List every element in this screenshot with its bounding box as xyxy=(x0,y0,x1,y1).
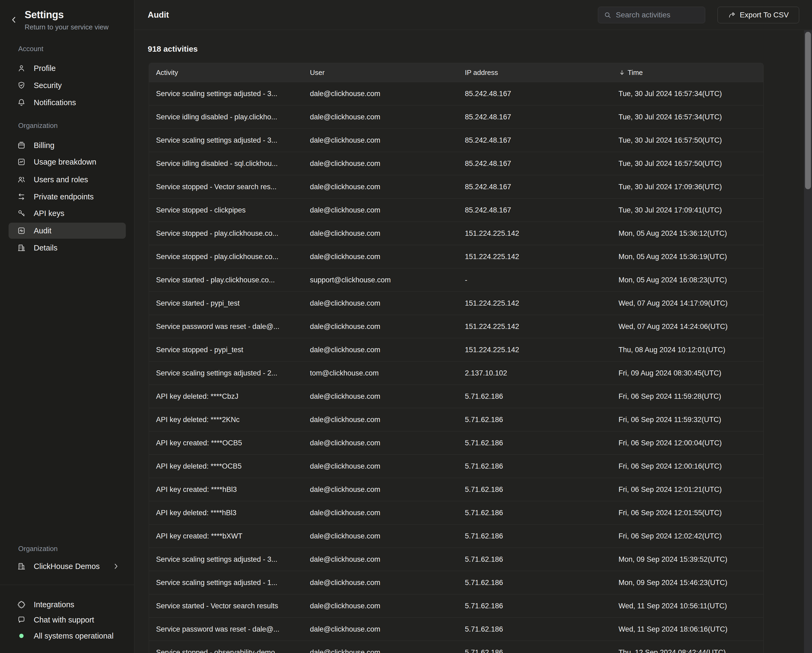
cell-activity: Service stopped - observability-demo xyxy=(156,648,275,653)
column-header-time-label: Time xyxy=(627,69,643,77)
table-row: API key created: ****bXWT dale@clickhous… xyxy=(149,524,763,548)
scrollbar-thumb[interactable] xyxy=(805,32,811,189)
cell-ip-address: 5.71.62.186 xyxy=(465,485,503,494)
sidebar-item-label: API keys xyxy=(34,209,64,218)
cell-activity: API key created: ****OCB5 xyxy=(156,439,242,447)
cell-user: dale@clickhouse.com xyxy=(310,392,380,401)
cell-ip-address: 5.71.62.186 xyxy=(465,439,503,447)
cell-activity: API key deleted: ****hBl3 xyxy=(156,509,236,517)
system-status[interactable]: All systems operational xyxy=(9,628,126,644)
column-header-user[interactable]: User xyxy=(310,69,325,77)
table-row: API key created: ****hBl3 dale@clickhous… xyxy=(149,478,763,501)
sidebar-item-profile[interactable]: Profile xyxy=(9,60,126,76)
cell-ip-address: 85.242.48.167 xyxy=(465,136,511,145)
cell-ip-address: - xyxy=(465,276,467,284)
sidebar-item-integrations[interactable]: Integrations xyxy=(9,597,126,613)
cell-activity: API key created: ****hBl3 xyxy=(156,485,237,494)
sidebar-item-api-keys[interactable]: API keys xyxy=(9,205,126,221)
sidebar-item-details[interactable]: Details xyxy=(9,240,126,256)
cell-time: Tue, 30 Jul 2024 16:57:34(UTC) xyxy=(618,113,722,121)
sidebar-item-private-endpoints[interactable]: Private endpoints xyxy=(9,189,126,205)
sidebar-item-label: Profile xyxy=(34,64,56,73)
cell-user: dale@clickhouse.com xyxy=(310,462,380,470)
column-header-time[interactable]: Time xyxy=(618,69,643,77)
key-icon xyxy=(16,209,27,218)
cell-ip-address: 5.71.62.186 xyxy=(465,416,503,424)
cell-activity: Service started - play.clickhouse.co... xyxy=(156,276,275,284)
table-row: Service stopped - observability-demo dal… xyxy=(149,641,763,653)
search-box[interactable] xyxy=(598,7,705,23)
cell-ip-address: 151.224.225.142 xyxy=(465,253,519,261)
cell-user: tom@clickhouse.com xyxy=(310,369,379,377)
table-row: Service scaling settings adjusted - 3...… xyxy=(149,128,763,152)
cell-time: Wed, 07 Aug 2024 14:24:06(UTC) xyxy=(618,322,728,331)
cell-user: dale@clickhouse.com xyxy=(310,206,380,214)
cell-activity: Service started - pypi_test xyxy=(156,299,240,308)
cell-user: dale@clickhouse.com xyxy=(310,485,380,494)
cell-ip-address: 151.224.225.142 xyxy=(465,299,519,308)
cell-time: Tue, 30 Jul 2024 16:57:50(UTC) xyxy=(618,136,722,145)
cell-ip-address: 5.71.62.186 xyxy=(465,392,503,401)
cell-ip-address: 85.242.48.167 xyxy=(465,160,511,168)
table-body: Service scaling settings adjusted - 3...… xyxy=(149,82,763,653)
scrollbar-track[interactable] xyxy=(804,30,812,653)
cell-activity: API key deleted: ****OCB5 xyxy=(156,462,242,470)
sidebar-item-notifications[interactable]: Notifications xyxy=(9,95,126,111)
cell-ip-address: 5.71.62.186 xyxy=(465,532,503,540)
sidebar-item-chat-support[interactable]: Chat with support xyxy=(9,612,126,628)
org-switcher[interactable]: ClickHouse Demos xyxy=(9,558,126,574)
table-row: Service started - Vector search results … xyxy=(149,594,763,617)
column-header-activity[interactable]: Activity xyxy=(156,69,178,77)
sidebar-item-billing[interactable]: Billing xyxy=(9,137,126,153)
org-name: ClickHouse Demos xyxy=(34,562,100,571)
table-row: Service stopped - play.clickhouse.co... … xyxy=(149,245,763,268)
table-header: Activity User IP address Time xyxy=(149,63,763,82)
topbar: Audit Export To CSV xyxy=(134,0,812,30)
cell-user: dale@clickhouse.com xyxy=(310,183,380,191)
cell-user: dale@clickhouse.com xyxy=(310,625,380,633)
bell-icon xyxy=(16,98,27,107)
sidebar-item-label: Users and roles xyxy=(34,175,88,184)
return-link[interactable]: Return to your service view xyxy=(24,23,109,31)
chart-icon xyxy=(16,157,27,166)
cell-time: Mon, 05 Aug 2024 15:36:19(UTC) xyxy=(618,253,727,261)
cell-user: dale@clickhouse.com xyxy=(310,299,380,308)
puzzle-icon xyxy=(16,600,27,609)
sidebar-item-label: Usage breakdown xyxy=(34,158,96,166)
sidebar-item-usage-breakdown[interactable]: Usage breakdown xyxy=(9,154,126,170)
search-input[interactable] xyxy=(616,11,700,19)
sidebar-item-audit[interactable]: Audit xyxy=(9,223,126,239)
chevron-right-icon xyxy=(112,562,120,570)
sidebar-item-users-and-roles[interactable]: Users and roles xyxy=(9,172,126,188)
sidebar-item-security[interactable]: Security xyxy=(9,77,126,93)
back-button[interactable] xyxy=(8,14,20,26)
cell-time: Fri, 06 Sep 2024 12:02:42(UTC) xyxy=(618,532,722,540)
cell-time: Fri, 06 Sep 2024 12:01:55(UTC) xyxy=(618,509,722,517)
cell-user: dale@clickhouse.com xyxy=(310,113,380,121)
section-label-organization-footer: Organization xyxy=(18,545,58,553)
table-row: Service started - play.clickhouse.co... … xyxy=(149,268,763,291)
swap-arrows-icon xyxy=(16,192,27,201)
sidebar-item-label: Integrations xyxy=(34,600,75,609)
cell-time: Tue, 30 Jul 2024 16:57:34(UTC) xyxy=(618,90,722,98)
cell-activity: Service stopped - Vector search res... xyxy=(156,183,276,191)
cell-activity: Service scaling settings adjusted - 1... xyxy=(156,578,277,587)
export-csv-button[interactable]: Export To CSV xyxy=(717,7,799,23)
search-icon xyxy=(603,11,612,19)
status-dot-icon xyxy=(16,634,27,638)
cell-ip-address: 5.71.62.186 xyxy=(465,602,503,610)
table-row: Service password was reset - dale@... da… xyxy=(149,315,763,338)
cell-time: Fri, 06 Sep 2024 11:59:28(UTC) xyxy=(618,392,721,401)
column-header-ip[interactable]: IP address xyxy=(465,69,498,77)
shield-check-icon xyxy=(16,81,27,90)
table-row: Service stopped - Vector search res... d… xyxy=(149,175,763,198)
cell-ip-address: 5.71.62.186 xyxy=(465,555,503,564)
cell-user: dale@clickhouse.com xyxy=(310,90,380,98)
table-row: Service stopped - pypi_test dale@clickho… xyxy=(149,338,763,361)
table-row: Service scaling settings adjusted - 3...… xyxy=(149,82,763,105)
table-row: Service stopped - clickpipes dale@clickh… xyxy=(149,198,763,221)
cell-user: dale@clickhouse.com xyxy=(310,160,380,168)
cell-time: Mon, 09 Sep 2024 15:46:23(UTC) xyxy=(618,578,727,587)
sidebar-item-label: Security xyxy=(34,81,62,90)
cell-activity: Service scaling settings adjusted - 3... xyxy=(156,136,277,145)
